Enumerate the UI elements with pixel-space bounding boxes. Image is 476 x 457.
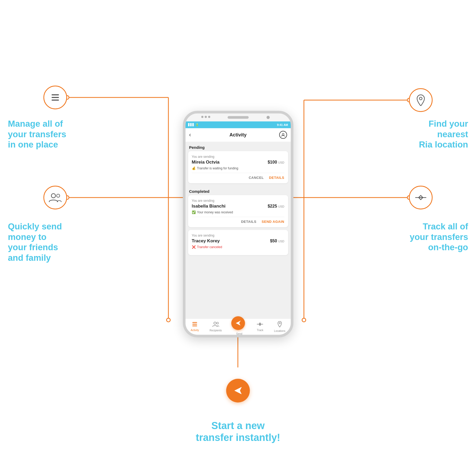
send-money-text: Quickly send money to your friends and f… [8, 221, 62, 263]
recipients-icon [212, 321, 219, 328]
svg-rect-29 [192, 324, 197, 325]
svg-point-31 [214, 322, 216, 324]
completed-transfer-card: You are sending Isabella Bianchi $225 US… [188, 195, 288, 227]
track-transfers-text: Track all of your transfers on-the-go [379, 221, 468, 253]
app-header: ‹ Activity [186, 128, 291, 142]
svg-point-22 [57, 194, 60, 197]
details-button-2[interactable]: DETAILS [241, 219, 256, 223]
location-icon-circle [409, 88, 433, 112]
pending-status: 💰 Transfer is waiting for funding [192, 166, 284, 170]
completed-recipient-name: Isabella Bianchi [192, 203, 226, 209]
send-nav-label: Send [236, 332, 242, 335]
track-icon [257, 322, 263, 328]
track-nav-label: Track [257, 328, 263, 331]
start-transfer-feature: Start a new transfer instantly! [196, 379, 280, 444]
pending-section-label: Pending [186, 142, 291, 151]
card-sub-2: You are sending [192, 199, 284, 202]
completed-section-label: Completed [186, 186, 291, 195]
recipients-nav-label: Recipients [209, 329, 222, 332]
send-again-button[interactable]: SEND AGAIN [262, 219, 284, 223]
nav-track[interactable]: Track [257, 322, 263, 331]
track-icon-circle [409, 186, 433, 209]
canceled-transfer-card: You are sending Tracey Korey $50 USD ❌ T… [188, 230, 288, 255]
nav-locations[interactable]: Locations [274, 321, 285, 332]
svg-rect-28 [192, 322, 197, 323]
activity-nav-label: Activity [191, 328, 199, 331]
svg-point-32 [217, 322, 218, 324]
start-transfer-label: Start a new transfer instantly! [196, 420, 280, 443]
svg-point-10 [302, 318, 306, 322]
completed-status: ✅ Your money was received [192, 210, 284, 214]
completed-amount: $225 USD [268, 204, 284, 208]
cancel-button[interactable]: CANCEL [249, 175, 264, 179]
svg-rect-18 [52, 94, 59, 95]
canceled-status: ❌ Transfer canceled [192, 245, 284, 249]
svg-point-35 [279, 322, 280, 324]
details-button-1[interactable]: DETAILS [269, 175, 284, 179]
app-content: Pending You are sending Mireia Octvia $1… [186, 142, 291, 323]
status-time: 9:41 AM [277, 123, 288, 126]
svg-rect-19 [52, 97, 59, 98]
canceled-amount: $50 USD [270, 238, 284, 243]
svg-point-2 [167, 318, 170, 322]
recipients-icon-circle [43, 186, 67, 209]
status-bar: ▋▋▋ 🔋 9:41 AM [186, 121, 291, 128]
locations-icon [277, 321, 282, 328]
profile-button[interactable] [279, 131, 287, 139]
pending-recipient-name: Mireia Octvia [192, 159, 220, 165]
nav-recipients[interactable]: Recipients [209, 321, 222, 332]
back-button[interactable]: ‹ [189, 131, 191, 138]
pending-amount: $100 USD [268, 160, 284, 164]
phone-mockup: ▋▋▋ 🔋 9:41 AM ‹ Activity Pending You are… [183, 111, 293, 337]
svg-point-23 [419, 97, 422, 100]
svg-rect-30 [192, 325, 197, 326]
nav-activity[interactable]: Activity [191, 322, 199, 331]
header-title: Activity [229, 132, 247, 137]
locations-nav-label: Locations [274, 329, 285, 332]
card-sub-3: You are sending [192, 233, 284, 237]
svg-point-21 [51, 194, 56, 198]
start-transfer-fab[interactable] [226, 379, 250, 402]
canceled-recipient-name: Tracey Korey [192, 238, 220, 243]
svg-rect-20 [52, 100, 59, 101]
find-location-text: Find your nearest Ria location [379, 119, 468, 150]
activity-icon [192, 322, 198, 328]
manage-transfers-icon [43, 86, 67, 109]
pending-transfer-card: You are sending Mireia Octvia $100 USD 💰… [188, 151, 288, 183]
svg-point-27 [282, 133, 284, 135]
send-fab-button[interactable] [231, 316, 245, 330]
manage-transfers-text: Manage all of your transfers in one plac… [8, 119, 66, 150]
card-sub-1: You are sending [192, 155, 284, 158]
